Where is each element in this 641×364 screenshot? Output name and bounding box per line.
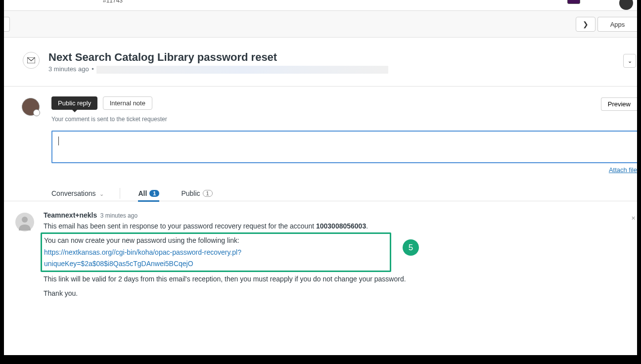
mail-icon: [27, 57, 35, 63]
app-window: #11743 ❯ Apps Next Search Catalog Librar…: [4, 0, 637, 355]
collapse-panel-button[interactable]: [4, 17, 10, 32]
text-cursor: [58, 136, 59, 145]
sender-name: Teamnext+nekls: [44, 211, 97, 219]
attach-file-link[interactable]: Attach file: [609, 166, 637, 174]
link-intro-line: You can now create your new password usi…: [44, 235, 388, 247]
person-icon: [15, 213, 34, 231]
close-icon[interactable]: ✕: [631, 215, 637, 222]
toolbar: ❯ Apps: [4, 11, 637, 38]
account-number: 1003008056003: [316, 222, 366, 230]
agent-avatar[interactable]: [22, 98, 40, 116]
reply-textarea[interactable]: [51, 131, 637, 163]
conversations-dropdown[interactable]: Conversations ⌄: [51, 189, 104, 197]
reply-type-tabs: Public reply Internal note: [51, 96, 637, 110]
conversation-filters: Conversations ⌄ All 1 Public 1: [4, 185, 637, 201]
svg-point-1: [22, 217, 28, 223]
expand-button[interactable]: ⌄: [623, 54, 636, 68]
agent-badge-icon: [33, 109, 40, 116]
preview-button[interactable]: Preview: [601, 97, 637, 111]
apps-panel-button[interactable]: Apps: [597, 17, 637, 32]
public-count-badge: 1: [203, 190, 213, 197]
tab-bar: #11743: [4, 0, 637, 11]
next-ticket-button[interactable]: ❯: [576, 17, 595, 32]
all-count-badge: 1: [149, 190, 159, 197]
ticket-header: Next Search Catalog Library password res…: [4, 47, 637, 87]
apps-button-label: Apps: [610, 21, 625, 28]
ticket-timestamp: 3 minutes ago: [48, 65, 89, 73]
chevron-down-icon: ⌄: [628, 58, 632, 64]
message-body: This email has been sent in response to …: [44, 221, 637, 300]
requester-redacted: [96, 66, 388, 74]
chevron-right-icon: ❯: [583, 20, 589, 28]
ticket-title: Next Search Catalog Library password res…: [48, 51, 637, 64]
message-intro-line: This email has been sent in response to …: [44, 221, 637, 232]
user-avatar-top[interactable]: [619, 0, 633, 10]
apps-button-top[interactable]: [567, 0, 580, 4]
channel-icon: [23, 52, 40, 69]
validity-line: This link will be valid for 2 days from …: [44, 273, 637, 285]
separator: [120, 188, 120, 199]
ticket-meta: 3 minutes ago •: [48, 65, 637, 74]
annotation-marker: 5: [403, 239, 419, 256]
reply-section: Public reply Internal note Preview Your …: [4, 96, 637, 123]
filter-all-tab[interactable]: All 1: [138, 185, 159, 201]
password-reset-link[interactable]: https://nextkansas.org//cgi-bin/koha/opa…: [44, 248, 241, 268]
filter-public-tab[interactable]: Public 1: [181, 185, 212, 201]
thanks-line: Thank you.: [44, 288, 637, 300]
tab-label[interactable]: #11743: [103, 0, 123, 4]
internal-note-tab[interactable]: Internal note: [103, 96, 152, 110]
public-reply-tab[interactable]: Public reply: [51, 96, 97, 110]
reply-hint: Your comment is sent to the ticket reque…: [51, 116, 637, 123]
sender-avatar: [15, 213, 34, 231]
message-timestamp: 3 minutes ago: [100, 212, 137, 219]
message-entry: Teamnext+nekls 3 minutes ago This email …: [4, 211, 637, 300]
annotation-highlight: You can now create your new password usi…: [41, 232, 391, 272]
chevron-down-icon: ⌄: [99, 191, 104, 197]
